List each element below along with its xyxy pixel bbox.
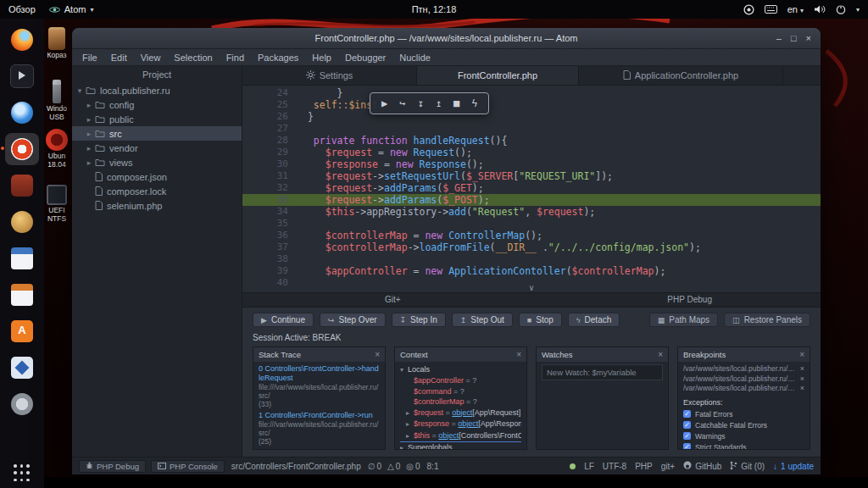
code-line-38[interactable]: 38 <box>242 253 821 265</box>
checkbox-checked-icon[interactable]: ✓ <box>683 421 691 429</box>
debug-step-out-icon[interactable]: ↥ <box>436 97 442 109</box>
detach-button[interactable]: ϟDetach <box>568 313 620 327</box>
menu-find[interactable]: Find <box>220 53 251 63</box>
code-line-28[interactable]: 28 private function handleRequest(){ <box>242 135 821 147</box>
code-line-37[interactable]: 37 $controllerMap->loadFromFile(__DIR__ … <box>242 241 821 253</box>
tree-item-config[interactable]: ▸config <box>72 97 242 112</box>
show-applications-button[interactable] <box>14 464 31 481</box>
object-link[interactable]: object <box>438 431 459 440</box>
context-var-command[interactable]: $command = ? <box>400 386 521 397</box>
stack-frame[interactable]: 2 {main} <box>259 448 380 449</box>
menu-nuclide[interactable]: Nuclide <box>392 53 437 63</box>
code-line-29[interactable]: 29 $request = new Request(); <box>242 147 821 158</box>
grammar-indicator[interactable]: PHP <box>635 462 653 471</box>
volume-icon[interactable] <box>814 4 826 14</box>
context-var-appcontroller[interactable]: $appController = ? <box>400 375 521 386</box>
code-line-31[interactable]: 31 $request->setRequestUrl($_SERVER["REQ… <box>242 170 821 182</box>
code-line-24[interactable]: 24 } <box>242 87 821 99</box>
context-section-locals[interactable]: ▾Locals <box>400 364 521 375</box>
code-line-32[interactable]: 32 $request->addParams($_GET); <box>242 182 821 194</box>
checkbox-checked-icon[interactable]: ✓ <box>683 410 691 418</box>
menu-help[interactable]: Help <box>305 53 338 63</box>
desktop-icon-ubuntu[interactable]: Ubun 18.04 <box>39 129 75 169</box>
tree-item-views[interactable]: ▸views <box>72 155 242 169</box>
stack-frame[interactable]: 0 Controllers\FrontController->handleReq… <box>259 364 380 408</box>
desktop-icon-jar[interactable]: Кораз <box>39 27 75 60</box>
menu-packages[interactable]: Packages <box>251 53 305 63</box>
input-language-indicator[interactable]: en ▾ <box>787 4 804 14</box>
git-branch-button[interactable]: Git (0) <box>730 461 765 472</box>
maximize-button[interactable]: □ <box>791 33 797 43</box>
menu-selection[interactable]: Selection <box>167 53 219 63</box>
git-tab[interactable]: Git+ <box>385 295 401 304</box>
object-link[interactable]: object <box>452 408 472 417</box>
encoding-indicator[interactable]: UTF-8 <box>603 462 626 471</box>
tree-item-src[interactable]: ▸src <box>72 126 242 141</box>
dock-archive-button[interactable] <box>5 206 39 238</box>
tree-item-public[interactable]: ▸public <box>72 112 242 126</box>
desktop-icon-usb[interactable]: Windo USB <box>39 80 75 122</box>
code-line-27[interactable]: 27 <box>242 123 821 135</box>
dock-media-player-button[interactable] <box>5 60 39 92</box>
stop-button[interactable]: ■Stop <box>519 313 562 327</box>
dock-firefox-button[interactable] <box>5 24 39 56</box>
stack-frame-function[interactable]: 1 Controllers\FrontController->run <box>259 411 380 420</box>
path-maps-button[interactable]: ▦Path Maps <box>649 313 718 327</box>
github-button[interactable]: GitHub <box>683 461 721 471</box>
tab-settings[interactable]: Settings <box>242 66 417 85</box>
dock-libreoffice-writer-button[interactable] <box>5 242 39 274</box>
tree-item-local-publisher-ru[interactable]: ▾local.publisher.ru <box>72 83 242 97</box>
diagnostic-info[interactable]: ◎0 <box>406 462 420 471</box>
menu-edit[interactable]: Edit <box>104 53 134 63</box>
watches-close-icon[interactable]: × <box>658 350 668 359</box>
editor[interactable]: 24 }25 self::$inst26 }2728 private funct… <box>242 86 821 292</box>
tab-applicationcontroller-php[interactable]: ApplicationController.php <box>579 66 783 85</box>
step-in-button[interactable]: ↧Step In <box>392 313 446 327</box>
breakpoints-close-icon[interactable]: × <box>799 350 810 359</box>
keyboard-icon[interactable] <box>765 5 777 14</box>
minimize-button[interactable]: – <box>776 33 782 43</box>
dock-files-button[interactable] <box>5 169 39 202</box>
status-icon[interactable] <box>743 4 754 15</box>
new-watch-input[interactable]: New Watch: $myVariable <box>542 364 663 380</box>
updates-button[interactable]: ↓ 1 update <box>773 462 814 471</box>
code-line-25[interactable]: 25 self::$inst <box>242 99 821 111</box>
php-console-statusbar-tab[interactable]: PHP Console <box>151 460 225 473</box>
object-link[interactable]: object <box>458 419 478 428</box>
dock-anydesk-button[interactable] <box>5 315 39 347</box>
breakpoint-row[interactable]: /var/www/sites/local.publisher.ru/src/C× <box>683 374 804 385</box>
menu-view[interactable]: View <box>134 53 168 63</box>
step-over-button[interactable]: ↪Step Over <box>320 313 386 327</box>
context-var-this[interactable]: ▸$this = object[Controllers\FrontContro <box>400 430 521 443</box>
delete-breakpoint-icon[interactable]: × <box>800 384 804 394</box>
close-button[interactable]: × <box>806 33 811 43</box>
diagnostic-error[interactable]: ∅0 <box>368 462 381 471</box>
exception-option-fatal-errors[interactable]: ✓Fatal Errors <box>683 409 804 419</box>
code-line-30[interactable]: 30 $response = new Response(); <box>242 158 821 170</box>
desktop-icon-uefi[interactable]: UEFI NTFS <box>39 185 75 224</box>
stack-frame-function[interactable]: 2 {main} <box>259 448 380 449</box>
checkbox-checked-icon[interactable]: ✓ <box>683 432 691 440</box>
exception-option-catchable-fatal-errors[interactable]: ✓Catchable Fatal Errors <box>683 420 804 430</box>
menu-file[interactable]: File <box>75 53 104 63</box>
delete-breakpoint-icon[interactable]: × <box>800 374 804 385</box>
php-debug-dock-tab[interactable]: PHP Debug <box>667 295 712 304</box>
git-plus-indicator[interactable]: git+ <box>661 462 675 471</box>
dock-virtualbox-button[interactable] <box>5 352 39 384</box>
project-panel-header[interactable]: Project <box>72 66 242 83</box>
chevron-down-icon[interactable]: ▾ <box>856 6 860 14</box>
stack-trace-close-icon[interactable]: × <box>375 350 385 359</box>
debug-detach-icon[interactable]: ϟ <box>471 97 477 109</box>
debug-stop-icon[interactable]: ■ <box>453 97 459 109</box>
code-line-34[interactable]: 34 $this->appRegistory->add("Request", $… <box>242 206 821 218</box>
stack-frame[interactable]: 1 Controllers\FrontController->runfile:/… <box>259 411 380 446</box>
context-var-controllermap[interactable]: $controllerMap = ? <box>400 396 521 408</box>
tree-item-composer-lock[interactable]: composer.lock <box>72 184 242 198</box>
continue-button[interactable]: ▶Continue <box>253 313 314 327</box>
code-line-35[interactable]: 35 <box>242 218 821 230</box>
debug-continue-icon[interactable]: ▶ <box>381 97 387 109</box>
code-line-33[interactable]: 33 $request->addParams($_POST); <box>242 194 821 206</box>
statusbar-file-path[interactable]: src/Controllers/FrontController.php <box>231 462 361 471</box>
dock-software-updater-button[interactable] <box>5 133 39 165</box>
activities-button[interactable]: Обзор <box>8 4 36 14</box>
